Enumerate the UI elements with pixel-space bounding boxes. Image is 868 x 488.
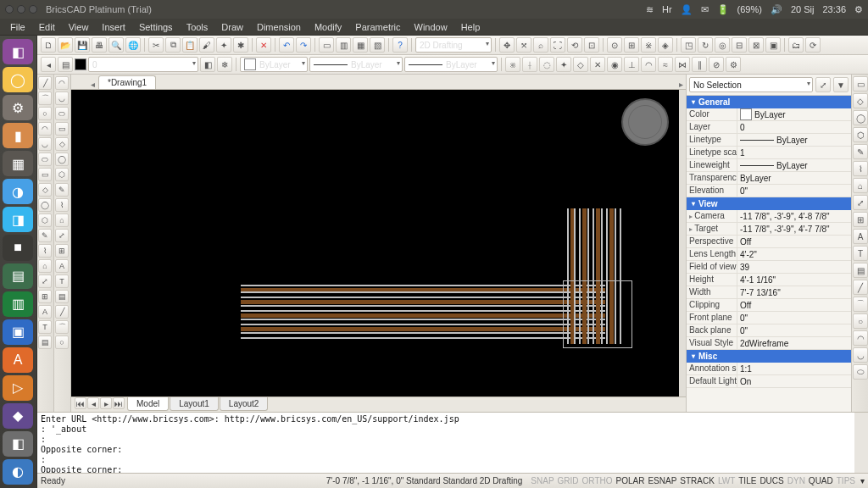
view2-icon[interactable]: ↻ xyxy=(698,37,713,53)
snap-int-icon[interactable]: ✕ xyxy=(590,57,605,72)
status-toggle-snap[interactable]: SNAP xyxy=(531,476,554,485)
system-gear-icon[interactable]: ⚙ xyxy=(854,4,863,15)
launcher-item-8[interactable]: ▤ xyxy=(3,263,33,289)
prop-value[interactable]: 1:1 xyxy=(737,363,851,374)
prop-row-perspective[interactable]: PerspectiveOff xyxy=(687,236,851,248)
document-tab[interactable]: *Drawing1 xyxy=(98,75,156,89)
snap-settings-icon[interactable]: ⚙ xyxy=(726,57,741,72)
launcher-item-0[interactable]: ◧ xyxy=(3,39,33,64)
snap-ins-icon[interactable]: ◉ xyxy=(607,57,622,72)
prop-row-layer[interactable]: Layer0 xyxy=(687,121,851,134)
prop-value[interactable]: -11 7/8", -3'-9", 4'-7 7/8" xyxy=(737,223,851,235)
prop-value[interactable]: 0" xyxy=(737,185,851,197)
prop-value[interactable]: -11 7/8", -3'-9", 4'-8 7/8" xyxy=(737,210,851,222)
vtb-left-btn-4[interactable]: ◡ xyxy=(38,137,52,151)
snap-tan-icon[interactable]: ◠ xyxy=(641,57,656,72)
clock[interactable]: 23:36 xyxy=(822,4,846,14)
vtb-right-btn-13[interactable]: ⌒ xyxy=(853,297,868,312)
explorer-icon[interactable]: 🗂 xyxy=(788,37,804,53)
prop-section-misc[interactable]: Misc xyxy=(687,350,851,363)
prop-value[interactable]: 0" xyxy=(737,324,851,336)
menu-window[interactable]: Window xyxy=(409,20,453,34)
copy-icon[interactable]: ⧉ xyxy=(165,37,181,53)
vtb-left-btn-17[interactable]: ▤ xyxy=(38,336,52,349)
command-scroll[interactable] xyxy=(854,413,868,473)
launcher-item-5[interactable]: ◑ xyxy=(3,179,33,204)
status-menu-icon[interactable]: ▾ xyxy=(860,476,865,485)
cut-icon[interactable]: ✂ xyxy=(148,37,164,53)
vtb-left-btn-15[interactable]: A xyxy=(38,305,52,319)
menu-edit[interactable]: Edit xyxy=(34,20,60,34)
pan-icon[interactable]: ✥ xyxy=(499,37,515,53)
osnap3-icon[interactable]: ※ xyxy=(641,37,656,53)
launcher-item-3[interactable]: ▮ xyxy=(3,123,33,148)
prop-row-front-plane[interactable]: Front plane0" xyxy=(687,312,851,324)
vtb-left-btn-8[interactable]: ◯ xyxy=(38,198,52,212)
view1-icon[interactable]: ◳ xyxy=(681,37,696,53)
menu-draw[interactable]: Draw xyxy=(216,20,248,34)
spray-icon[interactable]: ✱ xyxy=(233,37,248,53)
layout-icon[interactable]: ▭ xyxy=(319,37,334,53)
vtb-left2-btn-15[interactable]: ╱ xyxy=(55,305,69,319)
launcher-item-12[interactable]: ▷ xyxy=(3,375,33,401)
prop-value[interactable]: 4'-1 1/16" xyxy=(737,274,851,286)
color-swatch[interactable] xyxy=(75,58,86,70)
sheets3-icon[interactable]: ▧ xyxy=(370,37,385,53)
status-toggle-quad[interactable]: QUAD xyxy=(809,476,833,485)
status-toggle-grid[interactable]: GRID xyxy=(558,476,579,485)
vtb-right-btn-3[interactable]: ⬡ xyxy=(853,127,868,142)
snap-mid-icon[interactable]: ⟊ xyxy=(522,57,537,72)
menu-settings[interactable]: Settings xyxy=(134,20,178,34)
prop-value[interactable]: 2dWireframe xyxy=(737,337,851,349)
layer-mgr-icon[interactable]: ▤ xyxy=(58,57,73,72)
clean-icon[interactable]: ✦ xyxy=(216,37,231,53)
vtb-left2-btn-2[interactable]: ⬭ xyxy=(55,107,69,120)
rtzoom-icon[interactable]: ⤧ xyxy=(516,37,531,53)
menu-tools[interactable]: Tools xyxy=(181,20,214,34)
status-toggle-strack[interactable]: STRACK xyxy=(680,476,715,485)
vtb-right-btn-4[interactable]: ✎ xyxy=(853,144,868,159)
view-cube-icon[interactable] xyxy=(621,98,669,146)
prop-value[interactable]: 4'-2" xyxy=(737,248,851,260)
launcher-item-11[interactable]: A xyxy=(3,347,33,373)
vtb-left2-btn-6[interactable]: ⬡ xyxy=(55,168,69,181)
vtb-left2-btn-3[interactable]: ▭ xyxy=(55,122,69,136)
preview-icon[interactable]: 🔍 xyxy=(108,37,124,53)
launcher-item-7[interactable]: ■ xyxy=(3,235,33,260)
layout1-tab[interactable]: Layout1 xyxy=(170,397,219,411)
wifi-icon[interactable]: ≋ xyxy=(646,4,654,15)
vtb-right-btn-17[interactable]: ⬭ xyxy=(853,364,868,380)
help-icon[interactable]: ? xyxy=(392,37,408,53)
redo-icon[interactable]: ↷ xyxy=(296,37,311,53)
snap-perp-icon[interactable]: ⊥ xyxy=(624,57,639,72)
layer-prev-icon[interactable]: ◂ xyxy=(41,57,56,72)
status-toggle-dyn[interactable]: DYN xyxy=(787,476,805,485)
prop-row-lens-length[interactable]: Lens Length4'-2" xyxy=(687,248,851,261)
prop-value[interactable]: 1 xyxy=(737,147,851,158)
status-toggle-ortho[interactable]: ORTHO xyxy=(582,476,613,485)
prop-row-default-lightin[interactable]: Default LightinOn xyxy=(687,375,851,388)
launcher-item-4[interactable]: ▦ xyxy=(3,151,33,176)
vtb-right-btn-10[interactable]: T xyxy=(853,246,868,261)
launcher-item-10[interactable]: ▣ xyxy=(3,319,33,345)
vtb-left-btn-11[interactable]: ⌇ xyxy=(38,244,52,258)
launcher-item-14[interactable]: ◧ xyxy=(3,431,33,457)
new-icon[interactable]: 🗋 xyxy=(41,37,56,53)
vtb-right-btn-6[interactable]: ⌂ xyxy=(853,178,868,193)
vtb-left2-btn-11[interactable]: ⊞ xyxy=(55,244,69,258)
vtb-left2-btn-5[interactable]: ◯ xyxy=(55,152,69,166)
last-tab-icon[interactable]: ⏭ xyxy=(113,397,125,409)
vtb-left2-btn-0[interactable]: ◠ xyxy=(55,76,69,90)
layerstate-icon[interactable]: ◧ xyxy=(200,57,215,72)
delete-icon[interactable]: ✕ xyxy=(256,37,271,53)
vtb-right-btn-0[interactable]: ▭ xyxy=(853,76,868,92)
date[interactable]: 20 Sij xyxy=(791,4,815,14)
model-tab[interactable]: Model xyxy=(127,397,169,411)
launcher-item-1[interactable]: ◯ xyxy=(3,67,33,92)
layout2-tab[interactable]: Layout2 xyxy=(220,397,269,411)
prop-row-linetype[interactable]: LinetypeByLayer xyxy=(687,134,851,147)
vtb-left-btn-3[interactable]: ◠ xyxy=(38,122,52,136)
command-log[interactable]: Enter URL <http://www.bricsys.com>: http… xyxy=(37,413,854,473)
zoomwin-icon[interactable]: ⌕ xyxy=(533,37,548,53)
zoomprev-icon[interactable]: ⟲ xyxy=(567,37,582,53)
